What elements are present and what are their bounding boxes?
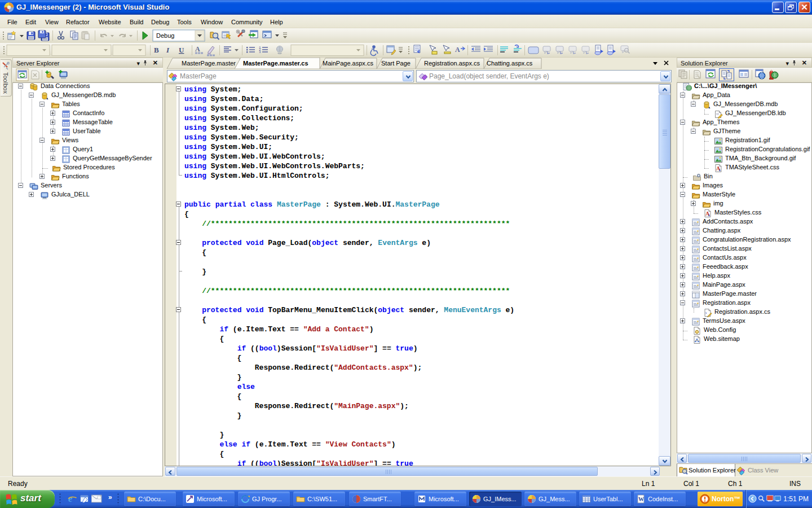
svg-text:U: U [179, 46, 184, 54]
svg-text:3: 3 [259, 50, 261, 54]
svg-text:I: I [166, 46, 170, 54]
svg-text:A: A [195, 45, 200, 53]
svg-text:Start Page: Start Page [381, 60, 411, 67]
svg-text:B: B [154, 46, 159, 54]
svg-text:A: A [455, 46, 460, 54]
svg-text:Chatting.aspx.cs: Chatting.aspx.cs [487, 60, 533, 67]
svg-text:MasterPage.master.cs: MasterPage.master.cs [243, 60, 308, 67]
svg-text:W: W [638, 496, 644, 502]
svg-text:Debug: Debug [156, 32, 174, 39]
svg-text:MasterPage.master: MasterPage.master [182, 60, 236, 67]
svg-text:MainPage.aspx.cs: MainPage.aspx.cs [323, 60, 373, 67]
svg-text:Registration.aspx.cs: Registration.aspx.cs [424, 60, 480, 67]
